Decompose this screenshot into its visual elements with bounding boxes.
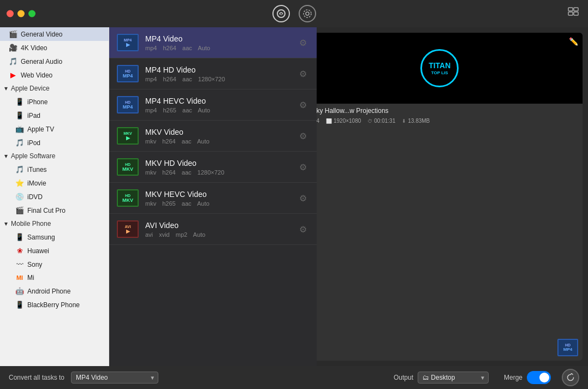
final-cut-pro-icon: 🎬 <box>15 206 24 214</box>
category-iphone[interactable]: 📱 iPhone <box>0 95 109 109</box>
maximize-button[interactable] <box>28 10 35 17</box>
category-panel[interactable]: 🎬 General Video 🎥 4K Video 🎵 General Aud… <box>0 27 109 366</box>
svg-point-0 <box>277 10 285 17</box>
convert-icon[interactable] <box>272 5 290 22</box>
edit-button-2[interactable]: ✏️ <box>569 37 578 46</box>
format-mp4-hevc[interactable]: HD MP4 MP4 HEVC Video mp4 h265 aac Auto … <box>109 89 317 121</box>
format-mp4-hd[interactable]: HD MP4 MP4 HD Video mp4 h264 aac 1280×72… <box>109 58 317 89</box>
video-meta-2: 🎬 mp4 ⬜ 1920×1080 ⏱ 00:01:31 ⬇ 13.83MB <box>301 118 579 124</box>
mp4-hd-icon: HD MP4 <box>117 65 139 82</box>
titan-logo: TITAN TOP LIS <box>297 33 583 104</box>
output-select-wrapper[interactable]: 🗂 Desktop ▼ <box>418 372 489 384</box>
ipod-icon: 🎵 <box>15 139 24 147</box>
format-panel[interactable]: MP4 ▶ MP4 Video mp4 h264 aac Auto ⚙ <box>109 27 317 366</box>
format-mkv[interactable]: MKV ▶ MKV Video mkv h264 aac Auto ⚙ <box>109 121 317 152</box>
format-mp4-hd-gear[interactable]: ⚙ <box>297 67 309 81</box>
idvd-icon: 💿 <box>15 193 24 201</box>
format-dropdown: 🎬 General Video 🎥 4K Video 🎵 General Aud… <box>0 27 317 366</box>
format-avi-gear[interactable]: ⚙ <box>297 222 309 237</box>
bottom-bar: Convert all tasks to MP4 Video ▼ Output … <box>0 366 588 389</box>
format-badge-2: HD MP4 <box>557 339 578 356</box>
category-samsung[interactable]: 📱 Samsung <box>0 230 109 244</box>
general-video-icon: 🎬 <box>9 30 17 38</box>
ipad-icon: 📱 <box>15 111 24 119</box>
category-final-cut-pro[interactable]: 🎬 Final Cut Pro <box>0 204 109 217</box>
category-sony[interactable]: 〰 Sony <box>0 258 109 271</box>
format-mp4-gear[interactable]: ⚙ <box>297 35 309 50</box>
format-mp4-details: MP4 Video mp4 h264 aac Auto <box>145 34 297 51</box>
format-mp4-hevc-gear[interactable]: ⚙ <box>297 98 309 112</box>
titlebar-center-icons <box>272 5 316 22</box>
format-avi-specs: avi xvid mp2 Auto <box>145 231 297 238</box>
category-idvd[interactable]: 💿 iDVD <box>0 190 109 204</box>
close-button[interactable] <box>7 10 14 17</box>
format-avi-details: AVI Video avi xvid mp2 Auto <box>145 221 297 238</box>
category-mi[interactable]: MI Mi <box>0 271 109 284</box>
titlebar <box>0 0 588 27</box>
format-mkv-hd-specs: mkv h264 aac 1280×720 <box>145 169 297 176</box>
format-mkv-hd-gear[interactable]: ⚙ <box>297 160 309 175</box>
minimize-button[interactable] <box>17 10 25 17</box>
convert-select[interactable]: MP4 Video <box>71 372 158 384</box>
output-select[interactable]: 🗂 Desktop <box>418 372 489 384</box>
titlebar-right-icon[interactable] <box>567 7 579 21</box>
svg-point-2 <box>304 10 311 17</box>
category-ipod[interactable]: 🎵 iPod <box>0 136 109 149</box>
svg-point-1 <box>306 12 309 15</box>
imovie-icon: ⭐ <box>15 179 24 187</box>
category-web-video[interactable]: ▶ Web Video <box>0 68 109 82</box>
format-mp4-video[interactable]: MP4 ▶ MP4 Video mp4 h264 aac Auto ⚙ <box>109 27 317 58</box>
general-audio-icon: 🎵 <box>9 57 17 65</box>
category-general-audio[interactable]: 🎵 General Audio <box>0 55 109 68</box>
category-4k-video[interactable]: 🎥 4K Video <box>0 41 109 55</box>
merge-toggle[interactable] <box>527 371 551 384</box>
category-apple-software[interactable]: ▾ Apple Software <box>0 149 109 163</box>
huawei-icon: ❀ <box>15 247 24 255</box>
category-imovie[interactable]: ⭐ iMovie <box>0 176 109 190</box>
category-mobile-phone[interactable]: ▾ Mobile Phone <box>0 217 109 230</box>
mp4-video-icon: MP4 ▶ <box>117 34 139 51</box>
svg-rect-3 <box>568 8 573 11</box>
format-mkv-hevc-details: MKV HEVC Video mkv h265 aac Auto <box>145 190 297 207</box>
itunes-icon: 🎵 <box>15 165 24 173</box>
category-itunes[interactable]: 🎵 iTunes <box>0 163 109 176</box>
category-apple-tv[interactable]: 📺 Apple TV <box>0 122 109 136</box>
main-area: 🎃 ✏️ HD MP4 FREE Scary Ha...lloween vide… <box>0 27 588 366</box>
format-avi[interactable]: AVI ▶ AVI Video avi xvid mp2 Auto ⚙ <box>109 214 317 245</box>
iphone-icon: 📱 <box>15 98 24 106</box>
svg-rect-4 <box>574 8 578 11</box>
category-ipad[interactable]: 📱 iPad <box>0 109 109 122</box>
mp4-hevc-icon: HD MP4 <box>117 96 139 113</box>
convert-select-wrapper[interactable]: MP4 Video ▼ <box>71 372 158 384</box>
format-mkv-gear[interactable]: ⚙ <box>297 129 309 143</box>
video-thumbnail-2: TITAN TOP LIS <box>297 33 583 104</box>
category-android-phone[interactable]: 🤖 Android Phone <box>0 284 109 298</box>
meta-duration-2: ⏱ 00:01:31 <box>367 118 395 124</box>
apple-tv-icon: 📺 <box>15 125 24 133</box>
merge-section: Merge <box>504 371 551 384</box>
settings-icon[interactable] <box>299 5 316 22</box>
format-mkv-hevc[interactable]: HD MKV MKV HEVC Video mkv h265 aac Auto … <box>109 183 317 214</box>
category-huawei[interactable]: ❀ Huawei <box>0 244 109 258</box>
format-mkv-hevc-gear[interactable]: ⚙ <box>297 191 309 206</box>
category-general-video[interactable]: 🎬 General Video <box>0 27 109 41</box>
svg-rect-6 <box>574 12 578 15</box>
format-mkv-hd[interactable]: HD MKV MKV HD Video mkv h264 aac 1280×72… <box>109 152 317 183</box>
category-blackberry-phone[interactable]: 📱 BlackBerry Phone <box>0 298 109 312</box>
meta-resolution-2: ⬜ 1920×1080 <box>326 118 361 124</box>
refresh-button[interactable] <box>562 369 579 386</box>
svg-rect-5 <box>568 12 573 15</box>
video-card-2: TITAN TOP LIS ✏️ HD MP4 Spooky Hallow...… <box>297 33 583 361</box>
video-info-2: Spooky Hallow...w Projections 🎬 mp4 ⬜ 19… <box>297 104 583 127</box>
mkv-hd-icon: HD MKV <box>117 158 139 176</box>
avi-icon: AVI ▶ <box>117 220 139 238</box>
video-title-2: Spooky Hallow...w Projections <box>301 107 579 115</box>
meta-size-2: ⬇ 13.83MB <box>402 118 430 124</box>
format-mp4-hevc-specs: mp4 h265 aac Auto <box>145 107 297 113</box>
format-mkv-specs: mkv h264 aac Auto <box>145 138 297 145</box>
format-mp4-specs: mp4 h264 aac Auto <box>145 45 297 51</box>
web-video-icon: ▶ <box>9 71 17 79</box>
output-section: Output 🗂 Desktop ▼ <box>394 372 489 384</box>
format-mkv-hd-details: MKV HD Video mkv h264 aac 1280×720 <box>145 159 297 176</box>
category-apple-device[interactable]: ▾ Apple Device <box>0 82 109 95</box>
